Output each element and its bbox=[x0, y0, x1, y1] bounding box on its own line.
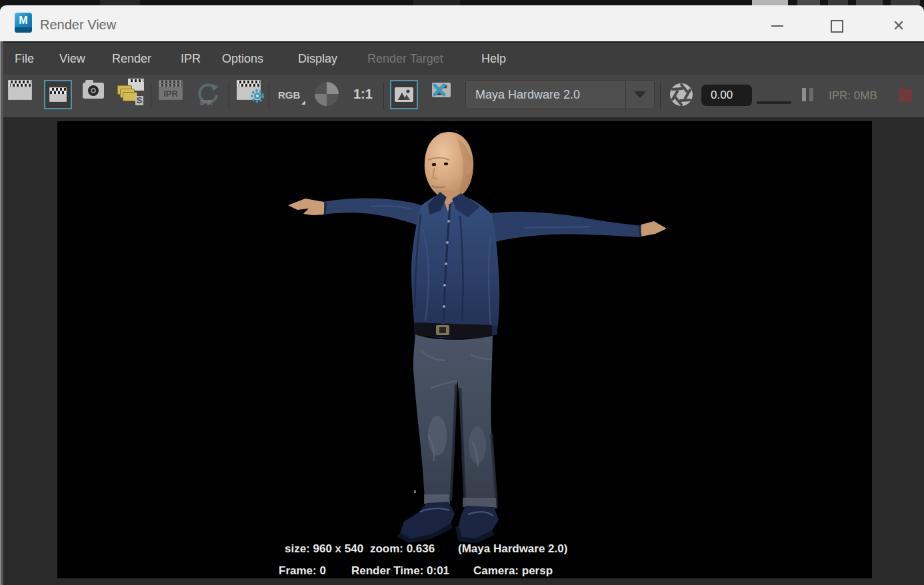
pause-icon bbox=[802, 88, 806, 101]
toolbar-separator bbox=[660, 83, 661, 109]
render-region-button[interactable] bbox=[44, 80, 72, 109]
status-frame: Frame: 0 bbox=[279, 564, 326, 578]
rgb-channels-button[interactable]: RGB bbox=[278, 89, 300, 101]
window-left-edge bbox=[1, 41, 3, 585]
close-icon: ✕ bbox=[893, 19, 905, 33]
pause-ipr-button[interactable] bbox=[802, 88, 818, 101]
menu-render[interactable]: Render bbox=[112, 43, 151, 75]
alpha-channel-icon bbox=[314, 81, 339, 107]
svg-text:IPR: IPR bbox=[200, 99, 212, 107]
render-icon bbox=[8, 80, 32, 100]
render-settings-icon bbox=[237, 80, 261, 100]
status-camera: Camera: persp bbox=[473, 564, 553, 578]
renderer-dropdown[interactable]: Maya Hardware 2.0 bbox=[465, 80, 655, 109]
rgb-channels-label: RGB bbox=[278, 89, 300, 101]
maximize-button[interactable] bbox=[825, 17, 848, 35]
ipr-render-button[interactable]: IPR bbox=[159, 80, 183, 100]
background-app-strip bbox=[0, 0, 924, 5]
status-render-time: Render Time: 0:01 bbox=[351, 564, 449, 578]
maya-app-icon-letter: M bbox=[19, 15, 27, 26]
render-button[interactable] bbox=[8, 80, 32, 100]
ipr-refresh-button[interactable]: IPR bbox=[195, 81, 221, 108]
menu-display[interactable]: Display bbox=[298, 43, 337, 75]
render-all-layers-icon: S bbox=[117, 79, 144, 105]
render-settings-button[interactable] bbox=[237, 80, 261, 100]
renderer-dropdown-arrow[interactable] bbox=[625, 81, 654, 109]
menu-options[interactable]: Options bbox=[222, 43, 263, 75]
exposure-slider[interactable] bbox=[757, 101, 791, 104]
exposure-button[interactable] bbox=[668, 81, 695, 108]
real-size-label: 1:1 bbox=[353, 87, 373, 102]
menubar: File View Render IPR Options Display Ren… bbox=[0, 41, 924, 75]
render-all-layers-button[interactable]: S bbox=[117, 79, 144, 105]
exposure-field[interactable]: 0.00 bbox=[701, 85, 752, 106]
maximize-icon bbox=[831, 20, 843, 33]
aperture-icon bbox=[668, 81, 695, 108]
toolbar: S IPR IPR bbox=[0, 75, 924, 117]
render-region-icon bbox=[49, 87, 67, 102]
render-view-window: M Render View ✕ File View Render IPR Opt… bbox=[0, 0, 924, 585]
ipr-refresh-icon: IPR bbox=[195, 81, 221, 108]
dropdown-corner-icon bbox=[301, 101, 305, 105]
stop-ipr-button[interactable] bbox=[899, 89, 912, 102]
minimize-button[interactable] bbox=[766, 17, 789, 35]
snapshot-button[interactable] bbox=[83, 83, 104, 99]
keep-image-button[interactable] bbox=[390, 80, 418, 109]
remove-image-icon bbox=[432, 83, 451, 97]
titlebar: M Render View ✕ bbox=[0, 5, 924, 41]
maya-app-icon-band bbox=[15, 27, 32, 33]
close-button[interactable]: ✕ bbox=[887, 17, 910, 35]
status-size-zoom: size: 960 x 540 zoom: 0.636 bbox=[285, 542, 435, 556]
window-title: Render View bbox=[40, 17, 116, 33]
exposure-value: 0.00 bbox=[711, 89, 733, 102]
toolbar-separator bbox=[229, 83, 229, 109]
maya-app-icon[interactable]: M bbox=[15, 13, 32, 33]
renderer-dropdown-value: Maya Hardware 2.0 bbox=[466, 88, 625, 102]
menu-view[interactable]: View bbox=[59, 43, 85, 75]
real-size-button[interactable]: 1:1 bbox=[353, 87, 373, 102]
pause-icon bbox=[809, 88, 813, 101]
keep-image-icon bbox=[395, 87, 413, 102]
remove-image-button[interactable] bbox=[427, 83, 456, 97]
alpha-channel-button[interactable] bbox=[314, 81, 339, 107]
status-zoom: zoom: 0.636 bbox=[370, 542, 435, 555]
toolbar-separator bbox=[269, 83, 269, 109]
remove-x-icon bbox=[432, 83, 447, 97]
minimize-icon bbox=[771, 25, 783, 27]
menu-render-target: Render Target bbox=[367, 43, 443, 75]
ipr-memory-label: IPR: 0MB bbox=[829, 75, 877, 117]
snapshot-camera-icon bbox=[83, 83, 104, 99]
layers-s-badge: S bbox=[135, 96, 143, 105]
rendered-character bbox=[57, 121, 872, 578]
toolbar-separator bbox=[383, 83, 384, 109]
status-renderer: (Maya Hardware 2.0) bbox=[458, 542, 567, 556]
menu-file[interactable]: File bbox=[15, 43, 34, 75]
gear-icon bbox=[249, 88, 265, 104]
render-canvas[interactable]: size: 960 x 540 zoom: 0.636 (Maya Hardwa… bbox=[57, 121, 872, 578]
menu-ipr[interactable]: IPR bbox=[181, 43, 201, 75]
ipr-render-icon: IPR bbox=[159, 80, 183, 100]
status-size: size: 960 x 540 bbox=[285, 542, 363, 555]
chevron-down-icon bbox=[634, 91, 646, 98]
toolbar-separator bbox=[151, 83, 151, 109]
menu-help[interactable]: Help bbox=[481, 43, 506, 75]
